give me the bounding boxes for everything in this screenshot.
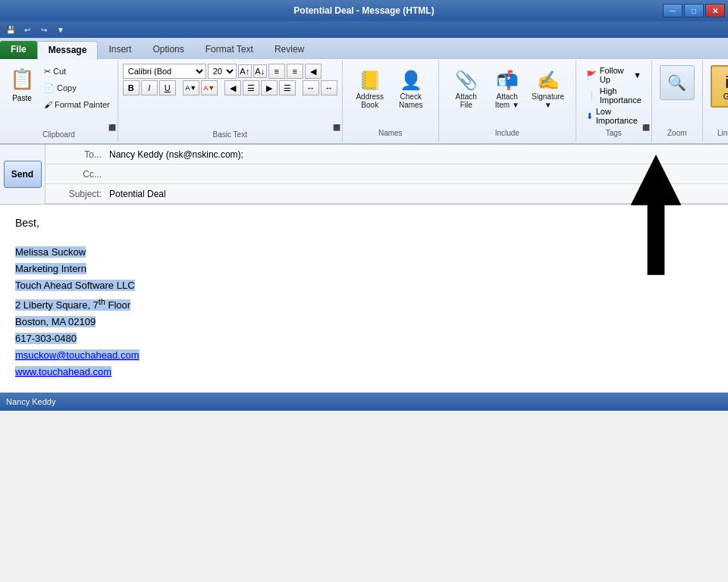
basic-text-expander[interactable]: ⬛ xyxy=(333,124,340,131)
cut-icon: ✂ xyxy=(44,67,51,77)
align-center[interactable]: ☰ xyxy=(243,80,259,95)
font-size-select[interactable]: 20 xyxy=(208,64,237,79)
qat-undo[interactable]: ↩ xyxy=(20,23,35,36)
address-book-button[interactable]: 📒 Address Book xyxy=(350,65,390,114)
indent-decrease[interactable]: ◀ xyxy=(305,64,322,79)
align-justify[interactable]: ☰ xyxy=(279,80,296,95)
grab-button[interactable]: in Grab xyxy=(711,65,728,108)
qat-dropdown[interactable]: ▼ xyxy=(53,23,68,36)
font-name-row: Calibri (Bod 20 A↑ A↓ ≡ ≡ ◀ xyxy=(123,64,337,79)
align-left[interactable]: ◀ xyxy=(224,80,241,95)
copy-icon: 📄 xyxy=(44,83,55,93)
clipboard-content: 📋 Paste ✂ Cut 📄 Copy 🖌 Format Painter xyxy=(3,62,115,129)
font-size-increase[interactable]: A↑ xyxy=(238,64,252,78)
linkedin-content: in Grab xyxy=(709,64,728,127)
align-right[interactable]: ▶ xyxy=(261,80,278,95)
status-user: Nancy Keddy xyxy=(6,397,55,406)
font-format-row: B I U A▼ A▼ ◀ ☰ ▶ ☰ ↔ ↔ xyxy=(123,80,337,95)
to-label: To... xyxy=(46,149,106,160)
sig-city: Boston, MA 02109 xyxy=(15,314,713,330)
tags-label: Tags xyxy=(603,127,625,139)
format-painter-icon: 🖌 xyxy=(44,100,52,109)
names-content: 📒 Address Book 👤 Check Names xyxy=(349,64,432,127)
basic-text-label: Basic Text xyxy=(210,129,250,140)
tab-format-text[interactable]: Format Text xyxy=(195,41,264,59)
follow-up-icon: 🚩 xyxy=(586,70,597,80)
include-content: 📎 AttachFile 📬 AttachItem ▼ ✍ Signature▼ xyxy=(445,64,570,127)
email-compose-wrapper: Send To... Cc... Subject: Best, xyxy=(0,145,728,393)
ribbon-group-include: 📎 AttachFile 📬 AttachItem ▼ ✍ Signature▼… xyxy=(439,61,576,142)
window-controls: ─ □ ✕ xyxy=(663,4,725,17)
attach-item-button[interactable]: 📬 AttachItem ▼ xyxy=(488,65,527,114)
paste-label: Paste xyxy=(12,94,32,102)
ltr-button[interactable]: ↔ xyxy=(321,80,337,95)
close-button[interactable]: ✕ xyxy=(705,4,725,17)
tags-content: 🚩 Follow Up ▼ ❕ High Importance ⬇ Low Im… xyxy=(582,64,645,127)
ribbon-group-basic-text: Calibri (Bod 20 A↑ A↓ ≡ ≡ ◀ B I U A▼ xyxy=(118,61,343,142)
low-importance-icon: ⬇ xyxy=(586,111,593,121)
qat-redo[interactable]: ↪ xyxy=(36,23,52,36)
high-importance-icon: ❕ xyxy=(586,91,597,101)
zoom-button[interactable]: 🔍 xyxy=(660,65,695,100)
linkedin-icon: in xyxy=(725,73,728,92)
tab-message[interactable]: Message xyxy=(37,41,99,60)
clipboard-expander[interactable]: ⬛ xyxy=(108,124,116,131)
sig-website: www.touchahead.com xyxy=(15,364,713,380)
copy-button[interactable]: 📄 Copy xyxy=(41,80,113,95)
rtl-button[interactable]: ↔ xyxy=(303,80,319,95)
zoom-label: Zoom xyxy=(664,127,690,139)
include-label: Include xyxy=(492,127,522,139)
arrow-annotation xyxy=(607,145,705,281)
sig-address: 2 Liberty Square, 7th Floor xyxy=(15,294,713,313)
list-button2[interactable]: ≡ xyxy=(287,64,303,79)
font-family-select[interactable]: Calibri (Bod xyxy=(123,64,206,79)
ribbon: 📋 Paste ✂ Cut 📄 Copy 🖌 Format Painter xyxy=(0,59,728,145)
paste-button[interactable]: 📋 xyxy=(7,64,37,94)
quick-access-toolbar: 💾 ↩ ↪ ▼ xyxy=(0,21,728,38)
tab-options[interactable]: Options xyxy=(142,41,194,59)
bold-button[interactable]: B xyxy=(123,80,140,95)
underline-button[interactable]: U xyxy=(159,80,176,95)
window-title: Potential Deal - Message (HTML) xyxy=(293,5,434,16)
ribbon-group-clipboard: 📋 Paste ✂ Cut 📄 Copy 🖌 Format Painter xyxy=(0,61,118,142)
tab-insert[interactable]: Insert xyxy=(98,41,142,59)
attach-item-icon: 📬 xyxy=(496,70,519,91)
ribbon-group-linkedin: in Grab LinkedIn xyxy=(703,61,728,142)
cut-button[interactable]: ✂ Cut xyxy=(41,64,113,79)
attach-file-button[interactable]: 📎 AttachFile xyxy=(447,65,486,114)
check-names-icon: 👤 xyxy=(400,70,422,91)
cc-label: Cc... xyxy=(46,169,106,180)
minimize-button[interactable]: ─ xyxy=(663,4,682,17)
follow-up-dropdown[interactable]: ▼ xyxy=(633,70,642,80)
low-importance-button[interactable]: ⬇ Low Importance xyxy=(584,106,644,126)
format-painter-button[interactable]: 🖌 Format Painter xyxy=(41,97,113,112)
italic-button[interactable]: I xyxy=(141,80,158,95)
ribbon-group-zoom: 🔍 Zoom xyxy=(652,61,703,142)
names-label: Names xyxy=(375,127,406,139)
tab-review[interactable]: Review xyxy=(264,41,315,59)
list-button[interactable]: ≡ xyxy=(268,64,285,79)
tags-expander[interactable]: ⬛ xyxy=(642,124,650,131)
basic-text-content: Calibri (Bod 20 A↑ A↓ ≡ ≡ ◀ B I U A▼ xyxy=(121,62,339,129)
maximize-button[interactable]: □ xyxy=(684,4,704,17)
check-names-button[interactable]: 👤 Check Names xyxy=(391,65,431,114)
font-size-decrease[interactable]: A↓ xyxy=(253,64,267,78)
ribbon-tabs: File Message Insert Options Format Text … xyxy=(0,38,728,59)
highlight-button[interactable]: A▼ xyxy=(183,80,199,95)
linkedin-label: LinkedIn xyxy=(714,127,728,139)
ribbon-group-names: 📒 Address Book 👤 Check Names Names xyxy=(343,61,439,142)
paste-button-group: 📋 Paste xyxy=(5,64,39,102)
font-controls: Calibri (Bod 20 A↑ A↓ ≡ ≡ ◀ B I U A▼ xyxy=(123,64,337,95)
high-importance-button[interactable]: ❕ High Importance xyxy=(584,86,644,105)
cut-copy-format: ✂ Cut 📄 Copy 🖌 Format Painter xyxy=(41,64,113,112)
tags-column: 🚩 Follow Up ▼ ❕ High Importance ⬇ Low Im… xyxy=(584,65,644,126)
follow-up-button[interactable]: 🚩 Follow Up ▼ xyxy=(584,65,644,85)
tab-file[interactable]: File xyxy=(0,41,37,59)
qat-save[interactable]: 💾 xyxy=(3,23,18,36)
signature-button[interactable]: ✍ Signature▼ xyxy=(529,65,568,114)
send-side-button[interactable]: Send xyxy=(4,161,42,188)
ribbon-group-tags: 🚩 Follow Up ▼ ❕ High Importance ⬇ Low Im… xyxy=(576,61,652,142)
signature-icon: ✍ xyxy=(537,70,560,91)
title-bar: Potential Deal - Message (HTML) ─ □ ✕ xyxy=(0,0,728,21)
font-color-button[interactable]: A▼ xyxy=(201,80,218,95)
